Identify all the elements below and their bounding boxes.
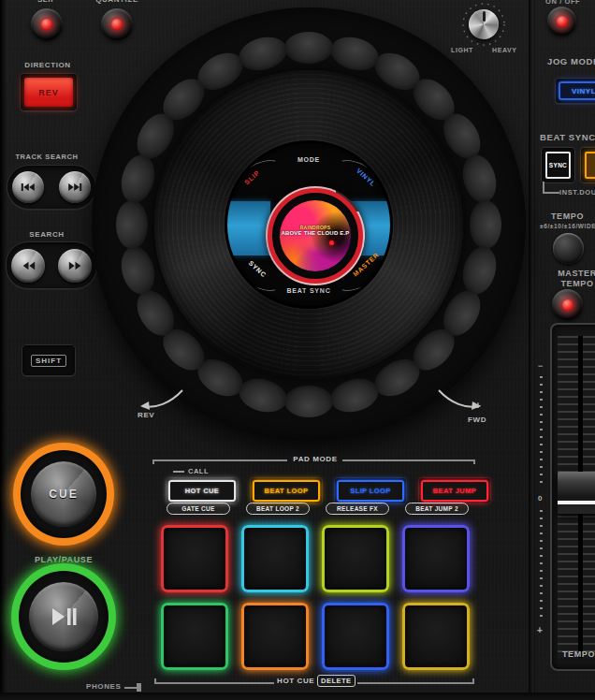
previous-track-button[interactable] bbox=[12, 171, 44, 203]
hot-cue-line-right bbox=[357, 682, 474, 684]
master-tempo-label: MASTER TEMPO bbox=[551, 269, 595, 289]
performance-pad-r2-c4[interactable] bbox=[402, 603, 470, 670]
jog-bump bbox=[116, 200, 148, 249]
tempo-scale-ticks-upper bbox=[540, 376, 543, 489]
jog-mode-label: JOG MODE bbox=[547, 56, 595, 66]
cue-button-face: CUE bbox=[31, 461, 96, 527]
slip-loop-mode-button[interactable]: SLIP LOOP bbox=[334, 477, 407, 504]
tempo-scale-plus: + bbox=[537, 625, 543, 635]
jog-bump bbox=[470, 200, 501, 249]
call-group: CALL bbox=[173, 467, 209, 475]
direction-label: DIRECTION bbox=[16, 61, 80, 69]
inst-doubles-bracket bbox=[543, 182, 559, 194]
jog-fwd-plus: + bbox=[475, 401, 481, 411]
gate-cue-label: GATE CUE bbox=[167, 503, 230, 515]
phones-bracket-end bbox=[137, 683, 141, 692]
beat-jump-mode-button[interactable]: BEAT JUMP bbox=[418, 477, 491, 504]
jog-bump bbox=[236, 32, 291, 75]
performance-pad-r2-c1[interactable] bbox=[161, 603, 228, 670]
tempo-range-label: ±6/±10/±16/WIDE bbox=[540, 223, 595, 229]
tempo-fader-handle[interactable] bbox=[558, 472, 595, 514]
fast-forward-icon bbox=[68, 261, 82, 270]
slip-button[interactable] bbox=[31, 8, 63, 40]
hot-cue-mode-label: HOT CUE bbox=[168, 480, 236, 502]
on-off-label: ON / OFF bbox=[545, 0, 580, 6]
next-track-button[interactable] bbox=[59, 171, 91, 203]
sync-button-label: SYNC bbox=[545, 152, 571, 179]
display-slip-label: SLIP bbox=[243, 169, 261, 186]
on-off-button[interactable] bbox=[547, 7, 576, 36]
delete-label: DELETE bbox=[317, 675, 356, 687]
artwork-text: RAINDROPS ABOVE THE CLOUD E.P bbox=[280, 225, 351, 238]
jog-bump bbox=[116, 152, 159, 207]
tempo-fader-panel bbox=[550, 323, 595, 671]
beat-sync-label: BEAT SYNC bbox=[540, 132, 595, 142]
search-group bbox=[6, 241, 97, 289]
on-off-led bbox=[557, 16, 568, 27]
search-back-button[interactable] bbox=[11, 249, 45, 283]
tempo-scale-zero: 0 bbox=[538, 494, 543, 503]
beat-jump-mode-label: BEAT JUMP bbox=[421, 480, 488, 502]
jog-display: MODE SLIP VINYL SYNC MASTER BEAT SYNC RA… bbox=[225, 140, 393, 309]
sync-button[interactable]: SYNC bbox=[541, 147, 575, 183]
performance-pad-r2-c3[interactable] bbox=[322, 603, 389, 670]
reverse-button[interactable]: REV bbox=[20, 73, 78, 111]
pad-mode-line-left bbox=[152, 459, 287, 461]
performance-pad-r1-c2[interactable] bbox=[241, 525, 309, 592]
track-position-ring: RAINDROPS ABOVE THE CLOUD E.P bbox=[266, 186, 365, 285]
beat-jump-2-label: BEAT JUMP 2 bbox=[405, 503, 469, 515]
tempo-bottom-label: TEMPO bbox=[562, 649, 595, 659]
master-tempo-button[interactable] bbox=[552, 289, 583, 320]
search-forward-button[interactable] bbox=[58, 249, 92, 283]
reverse-button-face: REV bbox=[24, 78, 73, 107]
quantize-label: QUANTIZE bbox=[89, 0, 145, 4]
jog-display-left-bar bbox=[227, 201, 270, 255]
shift-button[interactable]: SHIFT bbox=[22, 344, 76, 376]
cue-button[interactable]: CUE bbox=[13, 444, 114, 545]
hot-cue-hook-left bbox=[154, 678, 156, 683]
jog-bump bbox=[236, 373, 291, 416]
jog-fwd-label: FWD bbox=[468, 416, 486, 424]
hot-cue-hook-right bbox=[472, 678, 474, 683]
slip-loop-mode-label: SLIP LOOP bbox=[337, 480, 404, 502]
vinyl-mode-button-label: VINYL bbox=[559, 81, 595, 100]
beat-loop-mode-label: BEAT LOOP bbox=[253, 480, 320, 502]
beat-loop-2-label: BEAT LOOP 2 bbox=[246, 503, 310, 515]
album-artwork: RAINDROPS ABOVE THE CLOUD E.P bbox=[280, 200, 351, 271]
hot-cue-mode-button[interactable]: HOT CUE bbox=[166, 477, 239, 504]
pad-mode-row: HOT CUE BEAT LOOP SLIP LOOP BEAT JUMP bbox=[166, 477, 491, 504]
performance-pad-r1-c3[interactable] bbox=[322, 525, 389, 592]
call-dash bbox=[173, 471, 184, 473]
performance-pad-grid bbox=[161, 525, 470, 670]
play-pause-button[interactable] bbox=[11, 564, 116, 669]
master-tempo-led bbox=[562, 299, 573, 311]
panel-bottom-edge bbox=[0, 693, 595, 700]
beat-loop-mode-button[interactable]: BEAT LOOP bbox=[250, 477, 323, 504]
knob-heavy-label: HEAVY bbox=[492, 47, 517, 53]
tempo-range-button[interactable] bbox=[553, 233, 584, 264]
master-button[interactable] bbox=[580, 147, 595, 183]
knob-pointer bbox=[483, 11, 486, 22]
performance-pad-r1-c4[interactable] bbox=[402, 525, 470, 592]
tempo-scale-ticks-lower bbox=[540, 510, 543, 620]
pad-mode-label: PAD MODE bbox=[289, 455, 341, 463]
jog-bump bbox=[327, 32, 382, 75]
slip-label: SLIP bbox=[26, 0, 67, 4]
jog-bump bbox=[457, 152, 501, 207]
hot-cue-line-left bbox=[154, 682, 274, 684]
jog-feeling-knob[interactable] bbox=[469, 9, 499, 39]
artwork-red-dot bbox=[329, 241, 334, 245]
jog-bump bbox=[284, 386, 333, 417]
jog-wheel[interactable]: MODE SLIP VINYL SYNC MASTER BEAT SYNC RA… bbox=[92, 7, 526, 442]
jog-rev-label: REV bbox=[138, 411, 154, 419]
release-fx-label: RELEASE FX bbox=[326, 503, 389, 515]
artwork-red-ring: RAINDROPS ABOVE THE CLOUD E.P bbox=[268, 188, 363, 284]
knob-light-label: LIGHT bbox=[451, 47, 473, 53]
master-button-face bbox=[585, 152, 595, 179]
performance-pad-r1-c1[interactable] bbox=[161, 525, 228, 592]
shift-mode-row: GATE CUE BEAT LOOP 2 RELEASE FX BEAT JUM… bbox=[167, 503, 469, 515]
vinyl-mode-button[interactable]: VINYL bbox=[555, 78, 595, 104]
performance-pad-r2-c2[interactable] bbox=[241, 603, 309, 670]
panel-right-seam bbox=[529, 0, 535, 700]
tempo-scale-minus: − bbox=[538, 361, 544, 371]
